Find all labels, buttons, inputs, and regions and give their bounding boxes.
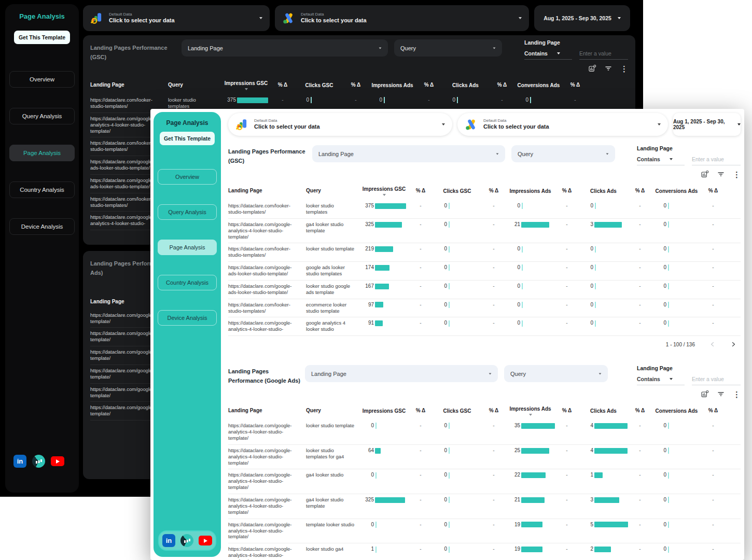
column-header[interactable]: % Δ [409, 188, 433, 194]
sidebar-item-overview[interactable]: Overview [9, 71, 75, 88]
table-row[interactable]: https://dataclare.com/google-analytics-4… [228, 317, 741, 336]
column-header[interactable]: Clicks GSC [295, 82, 344, 89]
optional-metrics-icon[interactable] [701, 390, 709, 398]
table-row[interactable]: https://dataclare.com/google-ads-looker-… [228, 262, 741, 281]
filter-operator-dropdown[interactable]: Contains [524, 50, 572, 60]
delta-value: - [482, 497, 506, 503]
column-header[interactable]: % Δ [490, 82, 514, 89]
table-row[interactable]: https://dataclare.com/google-ads-looker-… [228, 281, 741, 299]
column-header[interactable]: % Δ [563, 82, 587, 89]
youtube-icon[interactable] [199, 536, 212, 545]
linkedin-icon[interactable] [13, 455, 26, 468]
dataclare-logo-icon[interactable] [180, 534, 193, 547]
table-row[interactable]: https://dataclare.com/looker-studio-temp… [228, 243, 741, 262]
column-header[interactable]: % Δ [555, 188, 579, 194]
column-header[interactable]: Clicks Ads [441, 82, 490, 89]
column-header[interactable]: Landing Page [228, 188, 306, 194]
table-row[interactable]: https://dataclare.com/google-analytics-4… [228, 469, 741, 494]
optional-metrics-icon[interactable] [588, 64, 596, 73]
filter-operator-dropdown[interactable]: Contains [637, 156, 685, 165]
column-header[interactable]: % Δ [271, 82, 295, 89]
get-template-button[interactable]: Get This Template [14, 31, 70, 44]
sidebar-item-query-analysis[interactable]: Query Analysis [158, 204, 217, 220]
column-header[interactable]: Impressions GSC [359, 408, 409, 414]
landing-page-dropdown[interactable]: Landing Page [312, 145, 505, 162]
table-row[interactable]: https://dataclare.com/google-analytics-4… [228, 494, 741, 519]
column-header[interactable]: % Δ [344, 82, 368, 89]
date-range-selector[interactable]: Aug 1, 2025 - Sep 30, 2025 [673, 113, 741, 136]
column-header[interactable]: Impressions GSC [359, 186, 409, 196]
query-dropdown[interactable]: Query [504, 365, 608, 382]
gsc-data-source-selector[interactable]: Default Data Click to select your data [83, 5, 270, 31]
filter-icon[interactable] [604, 64, 612, 73]
column-header[interactable]: Query [168, 82, 221, 89]
more-options-icon[interactable]: ⋮ [733, 390, 741, 398]
column-header[interactable]: Impressions Ads [506, 406, 555, 416]
column-header[interactable]: Conversions Ads [514, 82, 563, 89]
metric-bar [521, 222, 549, 228]
more-options-icon[interactable]: ⋮ [620, 65, 628, 73]
column-header[interactable]: % Δ [628, 408, 652, 414]
table-row[interactable]: https://dataclare.com/google-analytics-4… [228, 543, 741, 560]
column-header[interactable]: Landing Page [228, 408, 306, 414]
table-row[interactable]: https://dataclare.com/google-analytics-4… [228, 519, 741, 544]
filter-value-input[interactable] [692, 156, 741, 165]
column-header[interactable]: % Δ [417, 82, 441, 89]
column-header[interactable]: Impressions GSC [221, 80, 271, 90]
query-dropdown[interactable]: Query [511, 145, 615, 162]
ads-data-source-selector[interactable]: Default Data Click to select your data [457, 113, 668, 136]
column-header[interactable]: % Δ [628, 188, 652, 194]
landing-page-dropdown[interactable]: Landing Page [182, 39, 388, 57]
column-header[interactable]: % Δ [555, 408, 579, 414]
column-header[interactable]: Query [306, 188, 359, 194]
table-row[interactable]: https://dataclare.com/google-analytics-4… [228, 420, 741, 445]
sidebar-item-page-analysis[interactable]: Page Analysis [158, 240, 217, 255]
table-row[interactable]: https://dataclare.com/looker-studio-temp… [228, 299, 741, 318]
column-header[interactable]: Query [306, 408, 359, 414]
filter-icon[interactable] [717, 390, 725, 398]
column-header[interactable]: Clicks Ads [579, 188, 628, 194]
sidebar-item-device-analysis[interactable]: Device Analysis [9, 218, 75, 235]
more-options-icon[interactable]: ⋮ [733, 171, 741, 178]
column-header[interactable]: Impressions Ads [368, 82, 417, 89]
metric-value: 0 [433, 221, 447, 228]
column-header[interactable]: % Δ [482, 188, 506, 194]
metric-value: 0 [433, 423, 447, 429]
landing-page-dropdown[interactable]: Landing Page [305, 365, 498, 382]
gsc-data-source-selector[interactable]: Default Data Click to select your data [228, 113, 452, 136]
linkedin-icon[interactable] [162, 534, 175, 547]
query-dropdown[interactable]: Query [394, 39, 502, 57]
column-header[interactable]: Conversions Ads [652, 408, 701, 414]
column-header[interactable]: % Δ [701, 408, 725, 414]
column-header[interactable]: Conversions Ads [652, 188, 701, 194]
column-header[interactable]: Clicks GSC [433, 408, 482, 414]
filter-value-input[interactable] [579, 50, 628, 60]
get-template-button[interactable]: Get This Template [160, 132, 215, 145]
column-header[interactable]: Impressions Ads [506, 188, 555, 194]
column-header[interactable]: % Δ [701, 188, 725, 194]
table-row[interactable]: https://dataclare.com/looker-studio-temp… [228, 200, 741, 219]
column-header[interactable]: Clicks GSC [433, 188, 482, 194]
table-row[interactable]: https://dataclare.com/google-analytics-4… [228, 445, 741, 470]
table-row[interactable]: https://dataclare.com/google-analytics-4… [228, 219, 741, 244]
sidebar-item-page-analysis[interactable]: Page Analysis [9, 145, 75, 161]
sidebar-item-query-analysis[interactable]: Query Analysis [9, 108, 75, 124]
next-page-button[interactable] [730, 341, 736, 347]
column-header[interactable]: % Δ [409, 408, 433, 414]
filter-icon[interactable] [717, 170, 725, 178]
filter-operator-dropdown[interactable]: Contains [637, 376, 685, 385]
dataclare-logo-icon[interactable] [32, 455, 45, 468]
column-header[interactable]: % Δ [482, 408, 506, 414]
sidebar-item-country-analysis[interactable]: Country Analysis [158, 275, 217, 290]
column-header[interactable]: Clicks Ads [579, 408, 628, 414]
column-header[interactable]: Landing Page [90, 82, 168, 89]
sidebar-item-overview[interactable]: Overview [158, 169, 217, 185]
sidebar-item-country-analysis[interactable]: Country Analysis [9, 181, 75, 198]
previous-page-button[interactable] [709, 341, 716, 347]
optional-metrics-icon[interactable] [701, 170, 709, 178]
youtube-icon[interactable] [51, 456, 64, 466]
filter-value-input[interactable] [692, 376, 741, 385]
sidebar-item-device-analysis[interactable]: Device Analysis [158, 310, 217, 326]
date-range-selector[interactable]: Aug 1, 2025 - Sep 30, 2025 [534, 5, 630, 31]
ads-data-source-selector[interactable]: Default Data Click to select your data [275, 5, 529, 31]
